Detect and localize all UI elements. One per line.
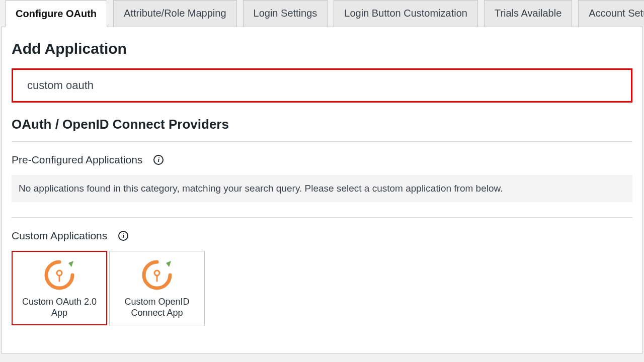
panel-configure-oauth: Add Application OAuth / OpenID Connect P… <box>1 27 643 353</box>
custom-app-cards: Custom OAuth 2.0 App Custom OpenID Conne… <box>12 251 632 325</box>
oauth-lock-icon <box>140 258 174 292</box>
custom-heading-row: Custom Applications i <box>12 230 632 242</box>
preconfigured-heading: Pre-Configured Applications <box>12 154 142 166</box>
tab-attribute-role-mapping[interactable]: Attribute/Role Mapping <box>113 0 236 27</box>
page-title: Add Application <box>12 40 632 57</box>
card-custom-openid-connect-app[interactable]: Custom OpenID Connect App <box>109 251 205 325</box>
tabs-bar: Configure OAuth Attribute/Role Mapping L… <box>0 0 644 27</box>
tab-login-button-customization[interactable]: Login Button Customization <box>334 0 478 27</box>
providers-title: OAuth / OpenID Connect Providers <box>12 117 632 132</box>
custom-heading: Custom Applications <box>12 230 107 242</box>
info-icon[interactable]: i <box>153 155 164 165</box>
card-label: Custom OAuth 2.0 App <box>17 296 102 319</box>
info-icon[interactable]: i <box>118 231 128 241</box>
search-highlight-box <box>12 68 632 103</box>
oauth-lock-icon <box>42 258 76 292</box>
card-custom-oauth-2-app[interactable]: Custom OAuth 2.0 App <box>12 251 107 325</box>
preconfigured-heading-row: Pre-Configured Applications i <box>12 154 632 166</box>
application-search-input[interactable] <box>15 72 629 99</box>
no-results-notice: No applications found in this category, … <box>12 175 632 202</box>
divider <box>12 217 632 218</box>
tab-trials-available[interactable]: Trials Available <box>484 0 572 27</box>
tab-login-settings[interactable]: Login Settings <box>243 0 328 27</box>
tab-configure-oauth[interactable]: Configure OAuth <box>5 1 107 27</box>
tab-account-setup[interactable]: Account Setu <box>578 0 644 27</box>
divider <box>12 141 632 142</box>
card-label: Custom OpenID Connect App <box>114 296 200 319</box>
